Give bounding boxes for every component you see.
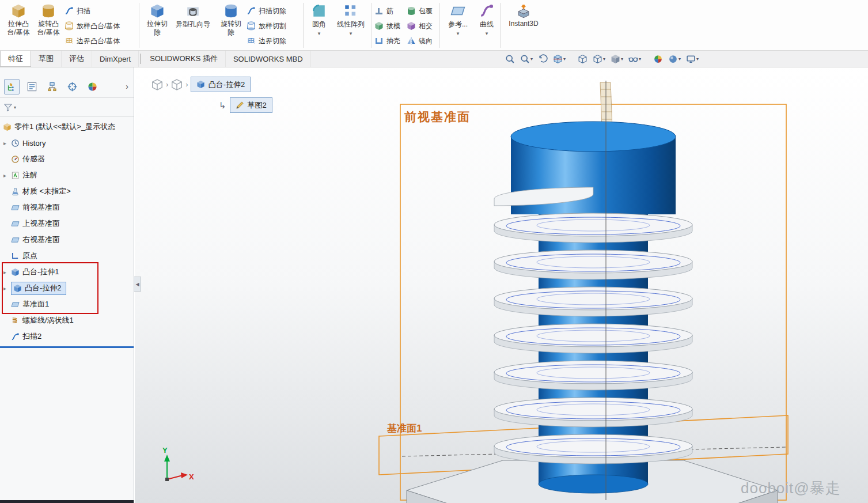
screw-flights[interactable] xyxy=(494,213,692,464)
view-selector-button[interactable] xyxy=(576,53,589,66)
edit-appearance-icon xyxy=(653,54,663,64)
loft-boss-button[interactable]: 放样凸台/基体 xyxy=(65,19,120,33)
breadcrumb-sketch-box[interactable]: 草图2 xyxy=(230,97,272,113)
sweep-button[interactable]: 扫描 xyxy=(65,4,90,18)
shell-button[interactable]: 抽壳 xyxy=(374,34,400,48)
tab-solidworks-addins[interactable]: SOLIDWORKS 插件 xyxy=(142,51,226,67)
property-manager-tab[interactable] xyxy=(24,79,40,94)
boundary-boss-button[interactable]: 边界凸台/基体 xyxy=(65,34,120,48)
expand-arrow-icon[interactable]: ▸ xyxy=(2,140,8,146)
reference-geometry-button[interactable]: 参考... ▾ xyxy=(442,2,473,36)
breadcrumb-feature-box[interactable]: 凸台-拉伸2 xyxy=(191,77,251,92)
zoom-to-area-button[interactable]: ▾ xyxy=(518,53,535,66)
panel-tabs-expand-icon[interactable]: › xyxy=(126,82,128,91)
rib-button[interactable]: 筋 xyxy=(374,4,393,18)
mirror-button[interactable]: 镜向 xyxy=(407,34,433,48)
sweep-cut-button[interactable]: 扫描切除 xyxy=(247,4,286,18)
tree-item-top-plane[interactable]: 上视基准面 xyxy=(2,215,132,232)
ribbon-toolbar: 拉伸凸 台/基体 旋转凸 台/基体 扫描 放样凸台/基体 边界凸台/基体 拉伸切… xyxy=(0,0,868,51)
edit-appearance-button[interactable] xyxy=(651,53,665,66)
display-manager-tab[interactable] xyxy=(85,79,100,94)
zoom-to-fit-button[interactable] xyxy=(503,53,517,66)
tree-item-origin[interactable]: 原点 xyxy=(2,248,132,264)
view-selector-icon xyxy=(578,54,587,64)
tree-item-sensors[interactable]: 传感器 xyxy=(2,151,132,167)
extrude-boss-button[interactable]: 拉伸凸 台/基体 xyxy=(3,2,33,49)
tree-item-sweep2[interactable]: 扫描2 xyxy=(2,328,132,345)
boss-extrude-icon xyxy=(196,80,205,89)
tree-item-boss-extrude1[interactable]: ▸ 凸台-拉伸1 xyxy=(2,264,132,280)
tree-item-part[interactable]: 零件1 (默认<<默认>_显示状态 xyxy=(3,119,133,135)
extrude-cut-icon xyxy=(150,3,165,18)
dropdown-arrow-icon[interactable]: ▾ xyxy=(350,31,352,36)
tab-solidworks-mbd[interactable]: SOLIDWORKS MBD xyxy=(226,51,311,67)
viewport-3d-scene[interactable]: 前视基准面 基准面1 Y X xyxy=(135,67,868,503)
part-crumb-icon[interactable] xyxy=(151,78,164,91)
reference-geometry-icon xyxy=(450,3,465,18)
panel-collapse-handle[interactable]: ◀ xyxy=(134,277,141,292)
graphics-viewport[interactable]: 前视基准面 基准面1 Y X › › 凸台-拉伸 xyxy=(135,67,868,503)
tree-item-boss-extrude2[interactable]: ▸ 凸台-拉伸2 xyxy=(2,280,132,296)
dimxpert-manager-tab[interactable] xyxy=(65,79,80,94)
tree-item-right-plane[interactable]: 右视基准面 xyxy=(2,232,132,248)
hole-wizard-icon xyxy=(185,3,200,18)
loft-cut-button[interactable]: 放样切割 xyxy=(247,19,286,33)
hide-show-items-button[interactable]: ▾ xyxy=(627,53,643,66)
ribbon-separator xyxy=(500,3,501,48)
extrude-cut-button[interactable]: 拉伸切 除 xyxy=(143,2,172,49)
expand-arrow-icon[interactable]: ▸ xyxy=(2,172,8,179)
fillet-button[interactable]: 圆角 ▾ xyxy=(306,2,332,36)
feature-manager-tab[interactable] xyxy=(4,79,20,94)
apply-scene-button[interactable]: ▾ xyxy=(666,53,683,66)
plane-icon xyxy=(11,203,20,212)
boundary-cut-button[interactable]: 边界切除 xyxy=(247,34,286,48)
intersect-button[interactable]: 相交 xyxy=(407,19,433,33)
configuration-manager-tab[interactable] xyxy=(44,79,60,94)
tree-item-annotations[interactable]: ▸ 注解 xyxy=(2,167,132,183)
selected-tree-item[interactable]: 凸台-拉伸2 xyxy=(11,282,66,295)
hole-wizard-button[interactable]: 异型孔向导 xyxy=(173,2,213,29)
display-manager-icon xyxy=(87,81,98,92)
tree-item-helix[interactable]: 螺旋线/涡状线1 xyxy=(2,312,132,328)
tab-evaluate[interactable]: 评估 xyxy=(62,51,92,67)
plane-icon xyxy=(11,300,20,309)
sweep-icon xyxy=(65,6,74,16)
display-style-button[interactable]: ▾ xyxy=(609,53,625,66)
tree-item-front-plane[interactable]: 前视基准面 xyxy=(2,199,132,215)
linear-pattern-button[interactable]: 线性阵列 ▾ xyxy=(333,2,368,36)
draft-button[interactable]: 拔模 xyxy=(374,19,400,33)
expand-arrow-icon[interactable]: ▸ xyxy=(2,269,8,275)
view-orientation-icon xyxy=(593,54,602,64)
previous-view-button[interactable] xyxy=(536,53,549,66)
wrap-button[interactable]: 包覆 xyxy=(407,4,433,18)
boss-extrude-icon xyxy=(11,268,20,277)
extrude-boss-icon xyxy=(11,3,26,18)
dropdown-arrow-icon[interactable]: ▾ xyxy=(457,31,460,36)
tree-item-history[interactable]: ▸ History xyxy=(2,135,132,151)
command-tabs: 特征 草图 评估 DimXpert SOLIDWORKS 插件 SOLIDWOR… xyxy=(0,51,311,67)
tab-sketch[interactable]: 草图 xyxy=(31,51,62,67)
curves-button[interactable]: 曲线 ▾ xyxy=(475,2,499,36)
tab-features[interactable]: 特征 xyxy=(0,51,31,67)
body-crumb-icon[interactable] xyxy=(170,78,183,91)
y-axis-arrow-icon xyxy=(164,455,170,462)
feature-manager-panel: › ▾ 零件1 (默认<<默认>_显示状态 ▸ History 传感器 ▸ 注解 xyxy=(0,67,134,503)
revolve-boss-button[interactable]: 旋转凸 台/基体 xyxy=(33,2,63,49)
dropdown-arrow-icon[interactable]: ▾ xyxy=(486,31,488,36)
view-settings-button[interactable]: ▾ xyxy=(684,53,700,66)
instant3d-button[interactable]: Instant3D xyxy=(503,2,544,28)
dropdown-arrow-icon[interactable]: ▾ xyxy=(318,31,321,36)
filter-dropdown-icon[interactable]: ▾ xyxy=(14,105,16,110)
section-view-button[interactable]: ▾ xyxy=(551,53,567,66)
configuration-manager-icon xyxy=(47,81,58,92)
view-orientation-button[interactable]: ▾ xyxy=(591,53,607,66)
rollback-bar[interactable] xyxy=(0,346,134,348)
tree-filter-bar[interactable]: ▾ xyxy=(0,98,134,117)
sensors-icon xyxy=(11,155,20,164)
tree-item-plane1[interactable]: 基准面1 xyxy=(2,296,132,312)
revolve-cut-button[interactable]: 旋转切 除 xyxy=(217,2,245,49)
tree-item-material[interactable]: 材质 <未指定> xyxy=(2,183,132,199)
expand-arrow-icon[interactable]: ▸ xyxy=(2,285,8,292)
zoom-to-fit-icon xyxy=(505,54,515,64)
tab-dimxpert[interactable]: DimXpert xyxy=(92,51,139,67)
